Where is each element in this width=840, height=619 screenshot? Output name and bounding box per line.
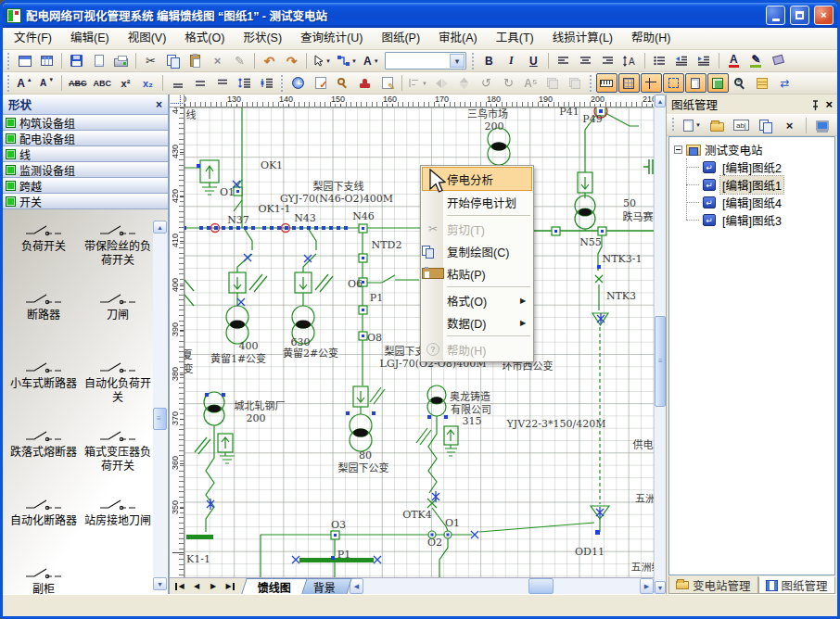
rename-sheet-button[interactable]: ab| [731,116,752,135]
diagram-canvas[interactable]: 线三鸟市场200P41P49OK1O1OK1-1N37N43N46梨园下支线GY… [185,107,654,577]
bullets-button[interactable] [649,51,670,70]
canvas-vertical-scrollbar[interactable]: ▲ ▼ [654,95,666,594]
paste-button[interactable] [185,51,206,70]
context-menu-item[interactable]: 格式(O) ▶ [422,289,532,311]
shape-item[interactable]: 断路器 [6,293,81,334]
shape-group-bar[interactable]: 监测设备组 [3,162,168,178]
sheet-tab[interactable]: 馈线图 [241,578,308,594]
rotate-left-button[interactable]: ↺ [476,73,497,93]
open-sheet-button[interactable] [706,116,728,135]
abc-button[interactable]: ABC [91,73,115,93]
rotate-right-button[interactable]: ↻ [498,73,519,93]
toolbar-grip[interactable] [471,53,476,69]
strikethrough-button[interactable]: ABC [66,73,90,93]
shape-group-bar[interactable]: 配电设备组 [3,131,168,146]
context-menu-item[interactable]: 复制绘图(C) ▶ [422,240,532,262]
guides-toggle-button[interactable] [641,73,662,93]
zoom-button[interactable] [730,73,751,93]
minimize-button[interactable] [766,6,785,25]
superscript-button[interactable]: x² [115,73,136,93]
rotate-text-button[interactable]: A⁵ [520,73,541,93]
panel-tab[interactable]: 图纸管理 [758,576,835,594]
panel-close-icon[interactable]: × [825,97,833,111]
collapse-icon[interactable] [674,145,682,154]
ruler-toggle-button[interactable] [596,73,617,93]
realtime-button[interactable] [287,73,309,93]
approve-task-button[interactable] [310,73,331,93]
decrease-indent-button[interactable] [671,51,693,70]
line-color-button[interactable]: ✎ [745,51,767,70]
save-button[interactable] [66,51,87,70]
tree-sheet-item[interactable]: ↵ [编辑]图纸4 [703,194,833,211]
font-color-button[interactable]: A [723,51,745,70]
last-sheet-button[interactable]: ▶ [223,580,237,593]
station-view-button[interactable] [812,116,834,135]
menu-item[interactable]: 工具(T) [487,28,543,49]
shape-item[interactable]: 箱式变压器负荷开关 [81,430,155,471]
connector-tool-button[interactable]: ▼ [335,51,360,70]
new-sheet-button[interactable]: ▼ [681,116,704,135]
shape-item[interactable]: 自动化断路器 [6,499,81,539]
line-spacing-15-button[interactable] [189,73,210,93]
shape-item[interactable]: 负荷开关 [6,224,81,265]
scrollbar-thumb[interactable] [528,578,554,594]
print-preview-button[interactable] [88,51,109,70]
undo-button[interactable]: ↶ [259,51,280,70]
underline-button[interactable]: U [523,51,544,70]
stamp-button[interactable] [354,73,375,93]
format-painter-button[interactable]: ✎ [229,51,250,70]
shape-item[interactable]: 副柜 [6,567,81,594]
para-spacing-decrease-button[interactable] [256,73,277,93]
print-button[interactable] [110,51,132,70]
menu-item[interactable]: 查询统计(U) [291,28,372,49]
menu-item[interactable]: 格式(O) [175,28,234,49]
context-menu-item[interactable]: 帮助(H) ▶ [422,338,532,360]
menu-item[interactable]: 图纸(P) [372,28,429,49]
pointer-tool-button[interactable]: ▼ [311,51,334,70]
menu-item[interactable]: 形状(S) [234,28,291,49]
close-button[interactable]: × [814,6,834,25]
scrollbar-thumb[interactable] [153,408,167,430]
scroll-left-icon[interactable]: ◀ [350,578,363,594]
shape-item[interactable]: 带保险丝的负荷开关 [81,224,155,265]
toolbar-grip[interactable] [6,75,11,92]
shape-group-bar[interactable]: 跨越 [3,178,168,194]
context-menu-item[interactable]: 开始停电计划 ▶ [422,191,532,213]
first-sheet-button[interactable]: ◀ [172,580,187,593]
menu-item[interactable]: 线损计算(L) [543,28,622,49]
fill-color-button[interactable] [768,51,789,70]
table-button[interactable] [36,51,57,70]
layout-shapes-button[interactable]: ⇄ [774,73,795,93]
scroll-down-icon[interactable]: ▼ [153,577,167,590]
shape-item[interactable]: 小车式断路器 [6,361,81,402]
edit-note-button[interactable] [376,73,398,93]
toolbar-grip[interactable] [280,75,285,92]
scroll-down-icon[interactable]: ▼ [655,581,666,594]
menu-item[interactable]: 审批(A) [429,28,487,49]
font-name-combo[interactable] [385,52,466,69]
shrink-font-button[interactable]: A▼ [36,73,57,93]
prev-sheet-button[interactable]: ◀ [189,580,204,593]
tree-root-item[interactable]: 测试变电站 [671,141,833,158]
bold-button[interactable]: B [478,51,500,70]
align-left-button[interactable] [553,51,574,70]
bring-forward-button[interactable] [542,73,564,93]
shape-group-bar[interactable]: 开关 [3,194,168,209]
italic-button[interactable]: I [501,51,522,70]
context-menu-item[interactable]: 粘贴(P) ▶ [422,262,532,284]
cut-button[interactable]: ✂ [140,51,161,70]
copy-button[interactable] [162,51,184,70]
shapes-scrollbar[interactable]: ▲ ▼ [153,221,167,590]
maximize-button[interactable] [790,6,809,25]
line-spacing-1-button[interactable] [167,73,188,93]
tree-sheet-item[interactable]: ↵ [编辑]图纸3 [703,211,833,229]
menu-item[interactable]: 视图(V) [119,28,176,49]
copy-sheet-button[interactable] [755,116,776,135]
next-sheet-button[interactable]: ▶ [206,580,221,593]
scroll-up-icon[interactable]: ▲ [153,221,167,234]
shape-item[interactable]: 刀闸 [81,293,155,334]
redo-button[interactable]: ↷ [281,51,302,70]
shape-group-bar[interactable]: 线 [3,146,168,162]
new-drawing-button[interactable] [14,51,35,70]
toolbar-grip[interactable] [589,75,593,92]
